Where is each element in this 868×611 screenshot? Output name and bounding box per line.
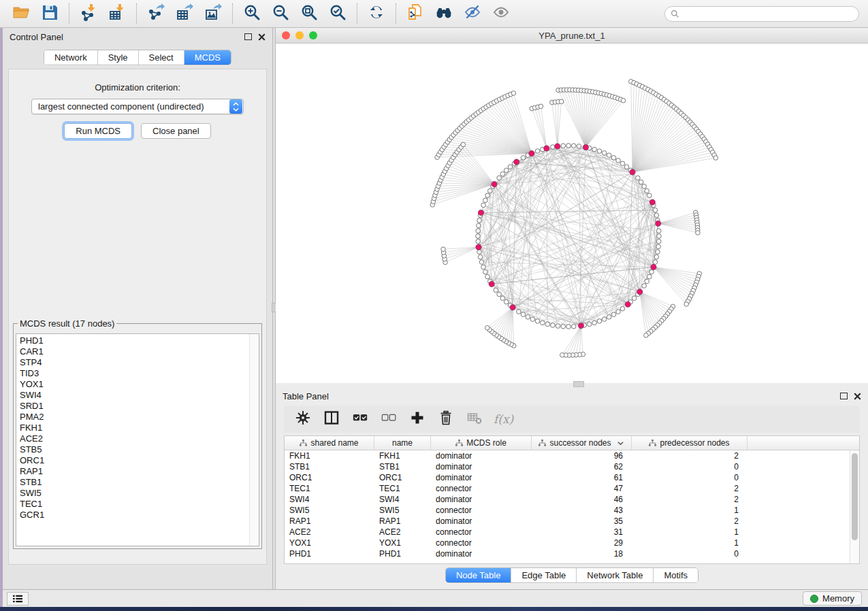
network-node[interactable] [521, 312, 526, 317]
network-node[interactable] [653, 260, 658, 265]
destroy-table-button[interactable] [465, 410, 484, 429]
network-node[interactable] [611, 312, 616, 317]
network-node[interactable] [607, 153, 611, 158]
mcds-node-item[interactable]: YOX1 [20, 379, 249, 390]
tab-motifs[interactable]: Motifs [654, 568, 698, 582]
network-node[interactable] [654, 254, 659, 259]
close-panel-button[interactable]: Close panel [141, 123, 211, 139]
network-node[interactable] [511, 91, 516, 96]
network-node[interactable] [607, 315, 611, 320]
tab-edge-table[interactable]: Edge Table [511, 568, 577, 582]
network-node[interactable] [647, 274, 652, 279]
network-node[interactable] [526, 315, 530, 320]
hide-selected-button[interactable] [458, 2, 487, 25]
network-node[interactable] [653, 208, 658, 213]
tab-select[interactable]: Select [139, 50, 184, 65]
delete-column-button[interactable] [436, 410, 455, 429]
network-node[interactable] [632, 296, 637, 301]
network-node[interactable] [539, 104, 543, 109]
mcds-dominator-node[interactable] [625, 301, 630, 307]
clone-network-button[interactable] [401, 2, 430, 25]
network-node[interactable] [545, 322, 550, 327]
mcds-node-item[interactable]: ACE2 [20, 433, 249, 444]
network-node[interactable] [684, 302, 689, 307]
network-node[interactable] [621, 98, 626, 103]
network-node[interactable] [602, 151, 607, 156]
network-canvas[interactable] [276, 44, 868, 383]
mcds-node-item[interactable]: STP4 [20, 357, 249, 368]
network-node[interactable] [587, 322, 592, 327]
mcds-dominator-node[interactable] [637, 289, 643, 295]
network-node[interactable] [485, 193, 490, 198]
zoom-fit-button[interactable] [295, 2, 323, 25]
mcds-node-item[interactable]: PMA2 [20, 412, 249, 423]
mcds-node-item[interactable]: STB5 [20, 444, 249, 455]
network-node[interactable] [481, 203, 486, 208]
tab-mcds[interactable]: MCDS [184, 50, 231, 65]
network-node[interactable] [592, 147, 597, 152]
network-node[interactable] [559, 99, 564, 104]
network-node[interactable] [477, 223, 481, 228]
function-builder-icon[interactable]: f(x) [494, 412, 513, 426]
network-node[interactable] [639, 180, 643, 184]
mcds-dominator-node[interactable] [492, 182, 497, 187]
network-node[interactable] [535, 319, 540, 324]
network-node[interactable] [696, 231, 701, 235]
network-node[interactable] [504, 168, 509, 173]
mcds-node-item[interactable]: TID3 [20, 368, 249, 379]
table-row[interactable]: FKH1FKH1dominator962 [285, 450, 850, 461]
splitter-handle[interactable] [573, 381, 584, 387]
float-panel-icon[interactable] [244, 33, 252, 40]
network-node[interactable] [620, 161, 625, 166]
tab-network-table[interactable]: Network Table [577, 568, 654, 582]
mcds-dominator-node[interactable] [489, 281, 494, 286]
network-node[interactable] [521, 156, 526, 161]
tab-node-table[interactable]: Node Table [446, 568, 512, 582]
network-node[interactable] [561, 144, 566, 148]
criterion-select[interactable]: largest connected component (undirected) [31, 99, 244, 114]
table-row[interactable]: SWI5SWI5connector431 [285, 505, 850, 516]
table-row[interactable]: TEC1TEC1connector472 [285, 483, 850, 494]
zoom-in-button[interactable] [238, 2, 266, 25]
network-node[interactable] [477, 218, 482, 223]
mcds-node-item[interactable]: CAR1 [20, 346, 249, 357]
network-node[interactable] [476, 229, 481, 233]
mcds-node-item[interactable]: SWI4 [20, 390, 249, 401]
column-header-shared-name[interactable]: shared name [285, 436, 374, 450]
mcds-dominator-node[interactable] [510, 305, 515, 310]
network-node[interactable] [551, 145, 556, 150]
search-input[interactable] [683, 10, 853, 19]
network-node[interactable] [483, 198, 488, 203]
export-image-button[interactable] [199, 2, 227, 25]
column-header-successor-nodes[interactable]: successor nodes [532, 436, 632, 450]
import-table-button[interactable] [103, 2, 131, 25]
network-node[interactable] [713, 156, 718, 161]
column-header-predecessor-nodes[interactable]: predecessor nodes [632, 436, 748, 450]
network-node[interactable] [616, 159, 621, 163]
mcds-dominator-node[interactable] [656, 220, 661, 226]
table-row[interactable]: STB1STB1dominator620 [285, 461, 850, 472]
network-node[interactable] [488, 188, 493, 193]
network-node[interactable] [645, 188, 649, 193]
mcds-list-scrollbar[interactable] [249, 334, 259, 546]
mcds-dominator-node[interactable] [514, 159, 519, 165]
mcds-node-item[interactable]: RAP1 [20, 466, 249, 477]
mcds-node-item[interactable]: GCR1 [20, 510, 249, 521]
network-node[interactable] [566, 325, 571, 329]
network-node[interactable] [571, 144, 576, 148]
search-box[interactable] [664, 6, 859, 22]
run-mcds-button[interactable]: Run MCDS [64, 123, 132, 139]
network-node[interactable] [530, 317, 535, 322]
show-all-button[interactable] [487, 2, 515, 25]
column-settings-button[interactable] [293, 410, 312, 429]
network-node[interactable] [541, 320, 545, 325]
mcds-dominator-node[interactable] [583, 144, 588, 150]
network-node[interactable] [556, 324, 560, 329]
network-node[interactable] [656, 229, 661, 233]
export-table-button[interactable] [170, 2, 199, 25]
memory-button[interactable]: Memory [803, 591, 862, 606]
network-node[interactable] [478, 254, 483, 259]
network-node[interactable] [476, 234, 481, 239]
network-node[interactable] [602, 317, 607, 322]
table-row[interactable]: PHD1PHD1dominator180 [285, 548, 850, 559]
